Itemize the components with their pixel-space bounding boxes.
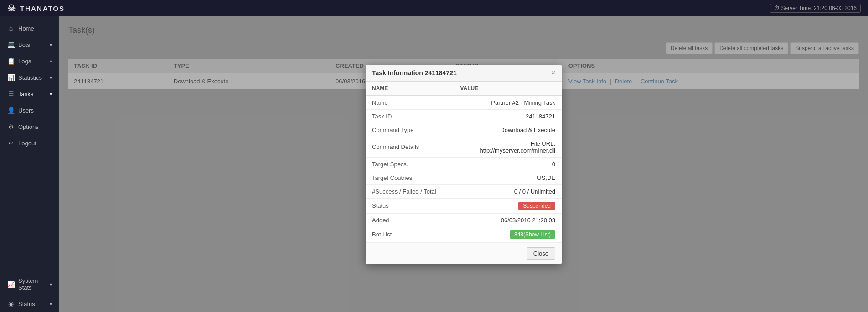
sidebar-item-label: Options [18, 123, 39, 130]
modal-row-name: Target Specs. [366, 157, 454, 171]
sidebar-item-label: Bots [18, 41, 30, 48]
home-icon: ⌂ [7, 25, 15, 32]
modal-row-value[interactable]: Suspended [454, 198, 562, 213]
brand: ☠ THANATOS [7, 3, 65, 14]
tasks-icon: ☰ [7, 90, 15, 97]
sidebar-item-home[interactable]: ⌂ Home [0, 20, 59, 36]
sidebar: ⌂ Home 💻 Bots ▾ 📋 Logs ▾ 📊 Statistics ▾ … [0, 16, 59, 312]
logs-icon: 📋 [7, 57, 15, 65]
modal-table-row: #Success / Failed / Total0 / 0 / Unlimit… [366, 184, 562, 198]
modal-row-name: Command Details [366, 137, 454, 157]
chevron-down-icon: ▾ [50, 42, 52, 47]
sidebar-item-statistics[interactable]: 📊 Statistics ▾ [0, 69, 59, 86]
chevron-down-icon: ▾ [50, 75, 52, 80]
modal-col-name: NAME [366, 82, 454, 96]
statistics-icon: 📊 [7, 74, 15, 81]
server-time-label: Server Time: 21:20 06-03 2016 [781, 5, 857, 11]
modal-row-name: Target Coutries [366, 171, 454, 184]
modal-row-value[interactable]: 848(Show List) [454, 227, 562, 242]
sidebar-item-status[interactable]: ◉ Status ▾ [0, 296, 59, 312]
options-icon: ⚙ [7, 123, 15, 130]
brand-name: THANATOS [20, 5, 65, 12]
chevron-down-icon: ▾ [50, 282, 52, 287]
modal-row-value: 241184721 [454, 109, 562, 123]
modal-row-value: 0 / 0 / Unlimited [454, 184, 562, 198]
chevron-down-icon: ▾ [50, 59, 52, 64]
modal-header: Task Information 241184721 × [366, 65, 562, 82]
sidebar-item-label: Logs [18, 58, 31, 65]
modal-footer: Close [366, 242, 562, 264]
modal-title: Task Information 241184721 [372, 69, 457, 77]
modal-row-name: Command Type [366, 123, 454, 137]
bot-list-badge[interactable]: 848(Show List) [510, 230, 555, 239]
sidebar-item-label: Tasks [18, 91, 33, 97]
modal-table-row: Added06/03/2016 21:20:03 [366, 213, 562, 227]
modal-row-value: US,DE [454, 171, 562, 184]
modal-row-name: Name [366, 96, 454, 110]
modal-table-row: StatusSuspended [366, 198, 562, 213]
modal-table-row: Task ID241184721 [366, 109, 562, 123]
modal-row-value: Partner #2 - Mining Task [454, 96, 562, 110]
modal-row-name: Task ID [366, 109, 454, 123]
modal-row-value: File URL: http://myserver.com/miner.dll [454, 137, 562, 157]
modal-row-value: 0 [454, 157, 562, 171]
modal-body: NAME VALUE NamePartner #2 - Mining TaskT… [366, 82, 562, 242]
skull-icon: ☠ [7, 3, 16, 14]
main-content: Task(s) Delete all tasks Delete all comp… [59, 16, 868, 312]
modal-row-name: Status [366, 198, 454, 213]
server-time: ⏱ Server Time: 21:20 06-03 2016 [770, 4, 861, 13]
sidebar-item-label: System Stats [18, 277, 46, 291]
task-info-modal: Task Information 241184721 × NAME VALUE … [366, 65, 562, 264]
clock-icon: ⏱ [774, 5, 780, 11]
sidebar-item-tasks[interactable]: ☰ Tasks ▾ [0, 86, 59, 102]
sidebar-item-label: Status [18, 301, 35, 307]
suspended-badge: Suspended [518, 202, 555, 210]
sidebar-item-label: Users [18, 107, 34, 114]
sidebar-item-logout[interactable]: ↩ Logout [0, 135, 59, 151]
sidebar-item-options[interactable]: ⚙ Options [0, 118, 59, 135]
chevron-down-icon: ▾ [50, 302, 52, 307]
modal-row-value: Download & Execute [454, 123, 562, 137]
users-icon: 👤 [7, 107, 15, 114]
bots-icon: 💻 [7, 41, 15, 48]
modal-table-row: NamePartner #2 - Mining Task [366, 96, 562, 110]
modal-overlay: Task Information 241184721 × NAME VALUE … [59, 16, 868, 312]
sidebar-item-users[interactable]: 👤 Users [0, 102, 59, 118]
status-icon: ◉ [7, 300, 15, 307]
modal-table-row: Command DetailsFile URL: http://myserver… [366, 137, 562, 157]
modal-row-name: #Success / Failed / Total [366, 184, 454, 198]
system-stats-icon: 📈 [7, 281, 15, 288]
modal-table-row: Command TypeDownload & Execute [366, 123, 562, 137]
modal-row-name: Bot List [366, 227, 454, 242]
sidebar-item-label: Logout [18, 140, 36, 147]
sidebar-item-system-stats[interactable]: 📈 System Stats ▾ [0, 273, 59, 296]
logout-icon: ↩ [7, 139, 15, 147]
modal-row-value: 06/03/2016 21:20:03 [454, 213, 562, 227]
modal-table-row: Bot List848(Show List) [366, 227, 562, 242]
modal-col-value: VALUE [454, 82, 562, 96]
sidebar-item-logs[interactable]: 📋 Logs ▾ [0, 53, 59, 69]
sidebar-item-label: Home [18, 25, 34, 32]
sidebar-item-bots[interactable]: 💻 Bots ▾ [0, 36, 59, 53]
topbar: ☠ THANATOS ⏱ Server Time: 21:20 06-03 20… [0, 0, 868, 16]
modal-table-row: Target CoutriesUS,DE [366, 171, 562, 184]
modal-table-row: Target Specs.0 [366, 157, 562, 171]
modal-row-name: Added [366, 213, 454, 227]
chevron-down-icon: ▾ [50, 92, 52, 97]
modal-table: NAME VALUE NamePartner #2 - Mining TaskT… [366, 82, 562, 242]
modal-close-button[interactable]: × [551, 69, 555, 77]
modal-close-footer-button[interactable]: Close [527, 247, 555, 260]
sidebar-item-label: Statistics [18, 74, 42, 81]
